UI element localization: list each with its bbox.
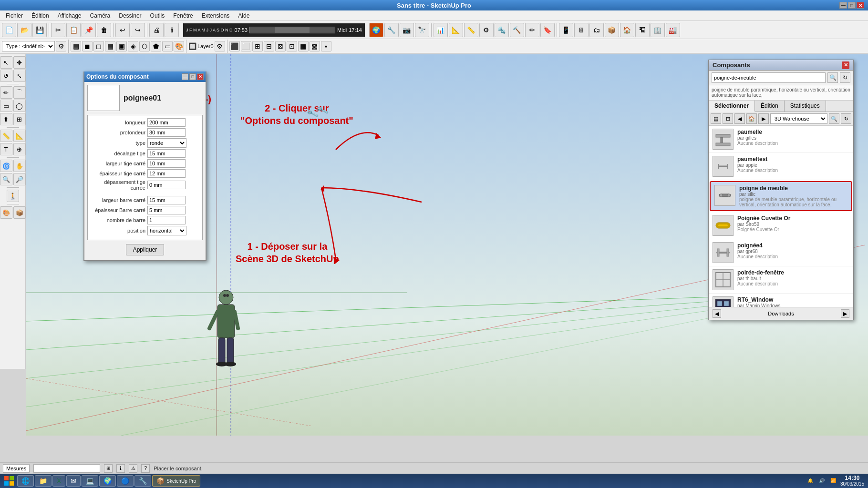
- view1[interactable]: ▤: [71, 41, 81, 51]
- tool4[interactable]: 📊: [434, 23, 448, 37]
- tool13[interactable]: 🖥: [574, 23, 589, 37]
- cut-btn[interactable]: ✂: [51, 23, 65, 37]
- comp-item-paumelle[interactable]: paumelle par gilles Aucune description: [709, 126, 853, 153]
- redo-btn[interactable]: ↪: [131, 23, 145, 37]
- zoom-ext-tool[interactable]: 🔎: [13, 173, 26, 185]
- tool15[interactable]: 📦: [605, 23, 619, 37]
- tool10[interactable]: ✏: [525, 23, 539, 37]
- comp-item-poignee4[interactable]: poignée4 par gpr68 Aucune description: [709, 239, 853, 266]
- comp-options-close[interactable]: ✕: [197, 73, 204, 80]
- close-btn[interactable]: ✕: [857, 2, 864, 9]
- walk-tool[interactable]: 🚶: [7, 190, 19, 202]
- param-epaisseur-barre-input[interactable]: [147, 206, 186, 214]
- tool12[interactable]: 📱: [559, 23, 573, 37]
- select-tool[interactable]: ↖: [0, 56, 12, 69]
- open-btn[interactable]: 📂: [17, 23, 31, 37]
- taskbar-sketchup[interactable]: 📦 SketchUp Pro: [152, 475, 200, 487]
- section7[interactable]: ▦: [298, 41, 309, 51]
- param-epaisseur-tige-input[interactable]: [147, 169, 186, 178]
- apply-button[interactable]: Appliquer: [126, 244, 164, 255]
- orbit-tool[interactable]: 🌀: [0, 160, 12, 172]
- section5[interactable]: ⊠: [275, 41, 286, 51]
- taskbar-app2[interactable]: 💻: [82, 475, 98, 487]
- view4[interactable]: ▦: [105, 41, 115, 51]
- param-position-select[interactable]: horizontal vertical: [147, 226, 186, 235]
- menu-affichage[interactable]: Affichage: [54, 11, 85, 20]
- tool1[interactable]: 🔧: [384, 23, 399, 37]
- move-tool[interactable]: ✥: [13, 56, 26, 69]
- copy-btn[interactable]: 📋: [66, 23, 81, 37]
- param-longueur-input[interactable]: [147, 118, 186, 127]
- tool14[interactable]: 🗂: [589, 23, 604, 37]
- tape-tool[interactable]: 📏: [0, 130, 12, 142]
- comp-item-cuvette-or[interactable]: Poignée Cuvette Or par Siro59 Poignée Cu…: [709, 212, 853, 239]
- composants-search-input[interactable]: [712, 72, 826, 83]
- tool2[interactable]: 📷: [400, 23, 414, 37]
- view6[interactable]: ◈: [128, 41, 138, 51]
- type-settings-btn[interactable]: ⚙: [56, 41, 66, 51]
- composants-search-button[interactable]: 🔍: [827, 72, 838, 83]
- component-tool[interactable]: 📦: [13, 206, 26, 219]
- new-btn[interactable]: 📄: [2, 23, 16, 37]
- undo-btn[interactable]: ↩: [115, 23, 130, 37]
- taskbar-app5[interactable]: 🔧: [134, 475, 151, 487]
- view10[interactable]: 🎨: [174, 41, 184, 51]
- tool16[interactable]: 🏠: [620, 23, 634, 37]
- axes-tool[interactable]: ⊕: [13, 143, 26, 155]
- param-depassement-input[interactable]: [147, 181, 186, 189]
- menu-aide[interactable]: Aide: [234, 11, 253, 20]
- view-list-btn[interactable]: ▤: [711, 113, 721, 124]
- offset-tool[interactable]: ⊞: [13, 113, 26, 125]
- section3[interactable]: ⊞: [252, 41, 263, 51]
- section9[interactable]: ▪: [321, 41, 331, 51]
- taskbar-network[interactable]: 📶: [829, 477, 837, 485]
- composants-close[interactable]: ✕: [842, 61, 849, 69]
- taskbar-app3[interactable]: 🌍: [99, 475, 116, 487]
- save-btn[interactable]: 💾: [32, 23, 47, 37]
- text-tool[interactable]: T: [0, 143, 12, 155]
- param-largeur-barre-input[interactable]: [147, 196, 186, 204]
- time-slider[interactable]: [249, 27, 335, 33]
- comp-item-fenetre[interactable]: poirée-de-fenêtre par thibault Aucune de…: [709, 266, 853, 294]
- window-controls[interactable]: — □ ✕: [839, 2, 864, 9]
- section8[interactable]: ▩: [310, 41, 320, 51]
- param-type-select[interactable]: ronde carrée: [147, 138, 186, 148]
- section1[interactable]: ⬛: [229, 41, 240, 51]
- type-select[interactable]: Type : <indéfini>: [2, 41, 55, 51]
- minimize-btn[interactable]: —: [839, 2, 847, 9]
- scale-tool[interactable]: ⤡: [13, 70, 26, 82]
- zoom-tool[interactable]: 🔍: [0, 173, 12, 185]
- section2[interactable]: ⬜: [241, 41, 251, 51]
- menu-fichier[interactable]: Fichier: [2, 11, 27, 20]
- rect-tool[interactable]: ▭: [0, 100, 12, 112]
- menu-camera[interactable]: Caméra: [86, 11, 114, 20]
- comp-item-poigne-meuble[interactable]: poigne de meuble par silic poigne de meu…: [710, 181, 852, 211]
- tab-statistiques[interactable]: Statistiques: [785, 101, 826, 112]
- view3[interactable]: ◻: [93, 41, 104, 51]
- taskbar-app4[interactable]: 🔵: [117, 475, 134, 487]
- comp-options-maximize[interactable]: □: [189, 73, 196, 80]
- comp-options-minimize[interactable]: —: [182, 73, 188, 80]
- push-pull-tool[interactable]: ⬆: [0, 113, 12, 125]
- warehouse-dropdown[interactable]: 3D Warehouse: [770, 113, 827, 124]
- paste-btn[interactable]: 📌: [82, 23, 96, 37]
- menu-dessiner[interactable]: Dessiner: [115, 11, 145, 20]
- tool6[interactable]: 📏: [464, 23, 478, 37]
- taskbar-ie[interactable]: 🌐: [17, 475, 34, 487]
- rotate-tool[interactable]: ↺: [0, 70, 12, 82]
- menu-outils[interactable]: Outils: [146, 11, 169, 20]
- pan-tool[interactable]: ✋: [13, 160, 26, 172]
- param-decalage-input[interactable]: [147, 149, 186, 158]
- menu-edition[interactable]: Édition: [28, 11, 53, 20]
- status-icon-info[interactable]: ⊞: [104, 464, 113, 473]
- tool5[interactable]: 📐: [449, 23, 463, 37]
- comp-item-paumeltest[interactable]: paumeltest par appie Aucune description: [709, 153, 853, 180]
- menu-fenetre[interactable]: Fenêtre: [169, 11, 196, 20]
- pencil-tool[interactable]: ✏: [0, 86, 12, 99]
- tab-selectionner[interactable]: Sélectionner: [709, 101, 755, 112]
- footer-next-btn[interactable]: ▶: [841, 309, 849, 318]
- view7[interactable]: ⬡: [139, 41, 150, 51]
- maximize-btn[interactable]: □: [848, 2, 856, 9]
- nav-home-btn[interactable]: 🏠: [746, 113, 757, 124]
- view5[interactable]: ▣: [116, 41, 127, 51]
